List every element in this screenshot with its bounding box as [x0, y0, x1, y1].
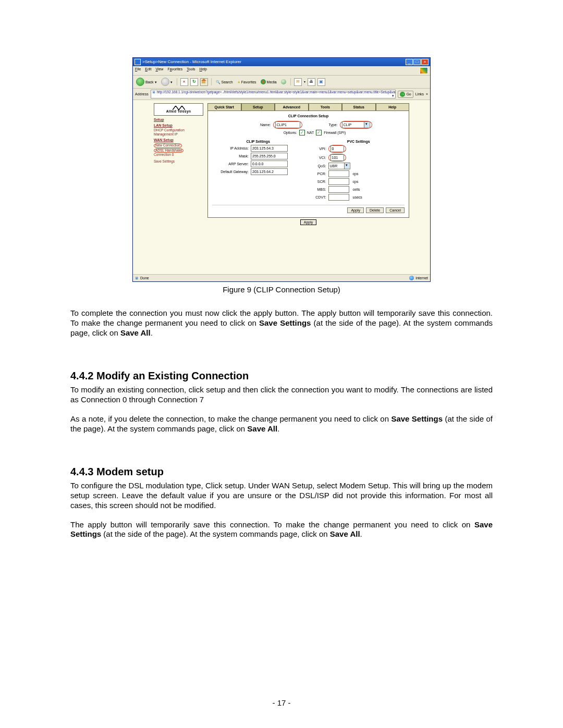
- cdvt-unit: usecs: [353, 195, 362, 199]
- ie-address-bar: Address 🗎 http://192.168.1.1/cgi-bin/web…: [133, 89, 430, 100]
- type-label: Type:: [324, 123, 338, 127]
- sidebar-new-connection[interactable]: New Connection: [154, 143, 203, 148]
- firewall-label: Firewall (SPI): [324, 131, 346, 134]
- sidebar-setup-header: Setup: [154, 118, 203, 121]
- mask-label: Mask:: [212, 154, 249, 158]
- menu-view[interactable]: View: [155, 67, 163, 74]
- ie-titlebar: >Setup>New Connection - Microsoft Intern…: [133, 58, 430, 66]
- heading-443: 4.4.3 Modem setup: [70, 466, 493, 478]
- gw-input[interactable]: 203.125.64.2: [251, 168, 288, 175]
- paragraph-delete-note: As a note, if you delete the connection,…: [70, 414, 493, 434]
- figure-caption: Figure 9 (CLIP Connection Setup): [70, 285, 493, 294]
- mask-input[interactable]: 255.255.255.0: [251, 153, 288, 159]
- menu-favorites[interactable]: Favorites: [167, 67, 182, 74]
- brand-logo: Allied Telesyn: [154, 103, 203, 116]
- maximize-button[interactable]: □: [413, 59, 421, 65]
- tab-quick-start[interactable]: Quick Start: [207, 103, 241, 111]
- apply-button[interactable]: Apply: [347, 207, 364, 213]
- tab-status[interactable]: Status: [342, 103, 376, 111]
- qos-label: QoS:: [313, 164, 326, 168]
- forward-button[interactable]: ▾: [160, 77, 174, 87]
- tab-setup[interactable]: Setup: [241, 103, 275, 111]
- tab-help[interactable]: Help: [376, 103, 410, 111]
- stop-button[interactable]: ×: [180, 78, 188, 86]
- ip-label: IP Address:: [212, 146, 249, 150]
- home-button[interactable]: [200, 78, 208, 86]
- vpi-label: VPI:: [313, 147, 326, 151]
- gw-label: Default Gateway:: [212, 170, 249, 174]
- clip-connection-panel: CLIP Connection Setup Name: CLIP1 Type: …: [207, 111, 409, 218]
- pcr-input[interactable]: [328, 170, 349, 177]
- vpi-input[interactable]: 0: [331, 145, 344, 152]
- tab-advanced[interactable]: Advanced: [275, 103, 309, 111]
- menu-edit[interactable]: Edit: [145, 67, 151, 74]
- name-input[interactable]: CLIP1: [275, 121, 300, 128]
- panel-title: CLIP Connection Setup: [212, 114, 405, 118]
- menu-help[interactable]: Help: [200, 67, 207, 74]
- cdvt-input[interactable]: [328, 194, 349, 201]
- pvc-settings-header: PVC Settings: [313, 140, 405, 143]
- mbs-unit: cells: [353, 188, 360, 191]
- status-zone: Internet: [415, 276, 428, 280]
- minimize-button[interactable]: _: [406, 59, 413, 65]
- sidebar-mgmt-ip[interactable]: Management IP: [154, 133, 203, 137]
- address-input[interactable]: 🗎 http://192.168.1.1/cgi-bin/webcm?getpa…: [151, 90, 396, 98]
- ie-title-text: >Setup>New Connection - Microsoft Intern…: [142, 60, 241, 64]
- refresh-button[interactable]: ↻: [190, 78, 198, 86]
- arp-input[interactable]: 0.0.0.0: [251, 161, 288, 167]
- apply-button-lower[interactable]: Apply: [300, 219, 317, 225]
- ie-menu-bar: FFileile Edit View Favorites Tools Help: [133, 66, 430, 76]
- sidebar-lan-setup[interactable]: LAN Setup: [154, 124, 203, 127]
- ie-toolbar: Back ▾ ▾ × ↻ 🔍Search ★Favorites Media ✉▾…: [133, 76, 430, 89]
- type-select[interactable]: CLIP: [342, 121, 370, 128]
- setup-sidebar: Allied Telesyn Setup LAN Setup DHCP Conf…: [154, 103, 203, 164]
- menu-tools[interactable]: Tools: [187, 67, 195, 74]
- sidebar-wan-setup[interactable]: WAN Setup: [154, 138, 203, 142]
- favorites-button[interactable]: ★Favorites: [236, 80, 258, 84]
- sidebar-save-settings[interactable]: Save Settings: [154, 160, 203, 164]
- sidebar-dhcp[interactable]: DHCP Configuration: [154, 129, 203, 132]
- pcr-unit: cps: [353, 172, 359, 176]
- name-label: Name:: [245, 123, 271, 127]
- paragraph-modify: To modify an existing connection, click …: [70, 385, 493, 405]
- sidebar-adsl-handshake[interactable]: ADSL Handshake: [154, 149, 203, 153]
- heading-442: 4.4.2 Modify an Existing Connection: [70, 370, 493, 382]
- links-label[interactable]: Links: [415, 92, 424, 96]
- ie-app-icon: [134, 59, 141, 65]
- history-button[interactable]: [280, 79, 287, 85]
- go-button[interactable]: →Go: [398, 91, 413, 98]
- menu-file[interactable]: FFileile: [135, 67, 141, 74]
- ie-window: >Setup>New Connection - Microsoft Intern…: [132, 57, 431, 282]
- edit-button[interactable]: ▣: [317, 78, 325, 86]
- paragraph-modem-apply: The apply button will temporarily save t…: [70, 520, 493, 540]
- arp-label: ARP Server:: [212, 162, 249, 166]
- scr-input[interactable]: [328, 178, 349, 185]
- mbs-label: MBS:: [313, 188, 326, 191]
- close-button[interactable]: ×: [421, 59, 429, 65]
- print-button[interactable]: 🖶: [308, 78, 315, 86]
- firewall-checkbox[interactable]: ✓: [316, 130, 322, 135]
- options-label: Options:: [271, 131, 297, 134]
- sidebar-connection-0[interactable]: Connection 0: [154, 153, 203, 157]
- nat-label: NAT: [307, 131, 314, 134]
- tab-tools[interactable]: Tools: [309, 103, 342, 111]
- page-number: - 17 -: [0, 698, 563, 707]
- pcr-label: PCR:: [313, 172, 326, 176]
- address-label: Address: [135, 92, 149, 96]
- links-chevron-icon: »: [426, 92, 428, 96]
- search-button[interactable]: 🔍Search: [215, 80, 234, 84]
- ie-status-bar: 🗎Done Internet: [133, 274, 430, 281]
- delete-button[interactable]: Delete: [366, 207, 384, 213]
- mail-button[interactable]: ✉: [294, 78, 302, 86]
- mbs-input[interactable]: [328, 186, 349, 193]
- internet-zone-icon: [409, 276, 414, 280]
- status-done: Done: [140, 276, 149, 280]
- ip-input[interactable]: 203.125.64.3: [251, 145, 288, 152]
- windows-flag-icon: [420, 67, 428, 74]
- cancel-button[interactable]: Cancel: [386, 207, 405, 213]
- nat-checkbox[interactable]: ✓: [299, 130, 305, 135]
- vci-input[interactable]: 101: [331, 154, 344, 161]
- media-button[interactable]: Media: [260, 79, 278, 85]
- qos-select[interactable]: UBR: [328, 163, 350, 169]
- back-button[interactable]: Back ▾: [135, 77, 158, 87]
